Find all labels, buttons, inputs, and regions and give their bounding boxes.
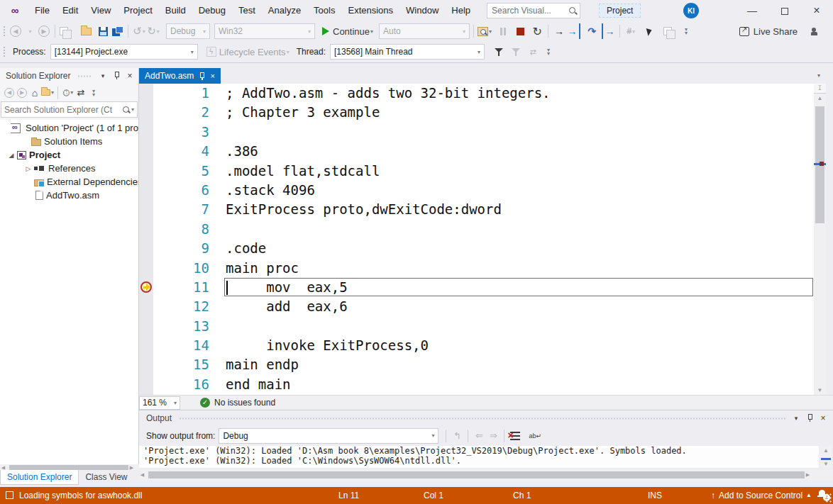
line-text[interactable]: invoke ExitProcess,0 bbox=[209, 336, 429, 355]
code-line-9[interactable]: 9.code bbox=[153, 239, 814, 258]
close-icon[interactable]: × bbox=[817, 413, 829, 423]
output-vscrollbar[interactable]: ▲ ▼ bbox=[820, 446, 832, 468]
switch-views-button[interactable]: ▾ bbox=[41, 86, 54, 100]
minimize-button[interactable]: — bbox=[736, 0, 768, 21]
source-control-button[interactable]: ↑ Add to Source Control ▲ bbox=[711, 491, 812, 500]
code-line-13[interactable]: 13 bbox=[153, 317, 814, 336]
navigate-back-button[interactable]: ◀ bbox=[9, 23, 23, 39]
tree-item-project[interactable]: ◢Project bbox=[0, 148, 138, 162]
hex-display-toggle[interactable]: #▾ bbox=[624, 23, 638, 39]
solution-configuration-dropdown[interactable]: Debug▾ bbox=[166, 23, 210, 39]
panel-tab-class-view[interactable]: Class View bbox=[79, 470, 133, 485]
output-text-area[interactable]: 'Project.exe' (Win32): Loaded 'D:\Asm bo… bbox=[139, 446, 819, 468]
menu-extensions[interactable]: Extensions bbox=[341, 0, 399, 21]
scroll-thumb[interactable] bbox=[9, 465, 128, 470]
scroll-up-arrow[interactable]: ▲ bbox=[814, 95, 826, 101]
break-all-button[interactable] bbox=[496, 23, 510, 39]
scroll-right-arrow[interactable]: ▶ bbox=[805, 472, 811, 478]
window-position-dropdown[interactable]: ▾ bbox=[790, 415, 802, 422]
solution-explorer-search-box[interactable]: ▾ bbox=[1, 101, 138, 118]
clear-all-button[interactable] bbox=[508, 428, 522, 444]
close-icon[interactable]: × bbox=[124, 71, 136, 81]
feedback-button[interactable] bbox=[809, 23, 823, 39]
menu-file[interactable]: File bbox=[28, 0, 56, 21]
account-avatar[interactable]: KI bbox=[683, 3, 699, 18]
stop-debugging-button[interactable] bbox=[513, 23, 527, 39]
scroll-thumb[interactable] bbox=[148, 471, 805, 478]
code-line-2[interactable]: 2; Chapter 3 example bbox=[153, 103, 814, 122]
menu-window[interactable]: Window bbox=[399, 0, 445, 21]
continue-button[interactable]: Continue▾ bbox=[322, 23, 373, 39]
line-text[interactable]: main endp bbox=[209, 355, 299, 374]
previous-message-button[interactable]: ⇐ bbox=[472, 428, 486, 444]
menu-debug[interactable]: Debug bbox=[192, 0, 232, 21]
close-button[interactable]: × bbox=[800, 0, 833, 21]
menu-analyze[interactable]: Analyze bbox=[262, 0, 307, 21]
filter-threads-button[interactable] bbox=[492, 44, 506, 60]
tab-list-dropdown[interactable]: ▾ bbox=[817, 72, 820, 79]
code-line-4[interactable]: 4.386 bbox=[153, 142, 814, 161]
toolbar-grip[interactable] bbox=[3, 46, 6, 57]
clear-filter-button[interactable] bbox=[509, 44, 523, 60]
sx-forward-button[interactable]: ▶ bbox=[16, 86, 28, 100]
line-text[interactable]: ; AddTwo.asm - adds two 32-bit integers. bbox=[209, 84, 551, 103]
pin-icon[interactable] bbox=[804, 413, 815, 424]
show-next-statement-button[interactable]: → bbox=[552, 23, 566, 39]
sync-with-active-document-button[interactable]: ⇄ bbox=[75, 86, 87, 100]
code-line-15[interactable]: 15main endp bbox=[153, 355, 814, 374]
next-message-button[interactable]: ⇒ bbox=[486, 428, 500, 444]
scroll-down-arrow[interactable]: ▼ bbox=[820, 461, 832, 467]
column-indicator[interactable]: Col 1 bbox=[424, 491, 443, 500]
code-line-6[interactable]: 6.stack 4096 bbox=[153, 181, 814, 200]
toolbar-grip[interactable] bbox=[3, 26, 6, 37]
show-threads-in-source-button[interactable] bbox=[642, 23, 656, 39]
editor-vscrollbar[interactable]: ⌶ ▲ ▼ bbox=[814, 84, 826, 395]
line-text[interactable]: mov eax,5 bbox=[209, 278, 348, 297]
menu-help[interactable]: Help bbox=[445, 0, 477, 21]
redo-button[interactable]: ↻▾ bbox=[146, 23, 160, 39]
pin-icon[interactable] bbox=[111, 71, 122, 82]
insert-mode-indicator[interactable]: INS bbox=[648, 491, 662, 500]
panel-grip[interactable] bbox=[77, 74, 92, 78]
pending-changes-filter-button[interactable]: 🕔︎▾ bbox=[62, 86, 75, 100]
navigate-forward-button[interactable]: ▶ bbox=[37, 23, 51, 39]
zoom-level-dropdown[interactable]: 161 %▾ bbox=[139, 396, 180, 410]
menu-project[interactable]: Project bbox=[117, 0, 158, 21]
tree-item-references[interactable]: ▷References bbox=[0, 162, 138, 175]
solution-platform-dropdown[interactable]: Win32▾ bbox=[214, 23, 315, 39]
solution-explorer-header[interactable]: Solution Explorer ▾ × bbox=[0, 68, 138, 84]
new-project-button[interactable]: ▾ bbox=[59, 23, 73, 39]
scroll-left-arrow[interactable]: ◀ bbox=[139, 472, 145, 478]
tree-item-solution-items[interactable]: Solution Items bbox=[0, 135, 138, 148]
code-line-14[interactable]: 14 invoke ExitProcess,0 bbox=[153, 336, 814, 355]
code-lines[interactable]: 1; AddTwo.asm - adds two 32-bit integers… bbox=[153, 84, 814, 394]
sx-overflow-button[interactable]: ▾▾ bbox=[87, 86, 100, 100]
line-indicator[interactable]: Ln 11 bbox=[338, 491, 359, 500]
menu-build[interactable]: Build bbox=[159, 0, 192, 21]
sx-back-button[interactable]: ◀ bbox=[3, 86, 16, 100]
line-text[interactable]: .model flat,stdcall bbox=[209, 162, 380, 181]
output-header[interactable]: Output ▾ × bbox=[139, 410, 833, 426]
toolbar-overflow-button[interactable]: ▾▾ bbox=[541, 44, 556, 60]
pin-icon[interactable] bbox=[199, 72, 205, 81]
splitter-handle[interactable]: ⌶ bbox=[814, 84, 826, 94]
attach-to-process-button[interactable]: ▾ bbox=[478, 23, 492, 39]
solution-search-input[interactable] bbox=[4, 105, 122, 115]
window-position-dropdown[interactable]: ▾ bbox=[97, 72, 109, 79]
panel-tab-solution-explorer[interactable]: Solution Explorer bbox=[0, 470, 79, 485]
thread-dropdown[interactable]: [13568] Main Thread▾ bbox=[330, 44, 485, 60]
close-icon[interactable]: × bbox=[210, 72, 214, 80]
line-text[interactable]: ExitProcess proto,dwExitCode:dword bbox=[209, 200, 502, 219]
quick-search-input[interactable] bbox=[492, 6, 568, 16]
line-text[interactable]: .code bbox=[209, 239, 266, 258]
navigate-back-dropdown[interactable]: ▾ bbox=[23, 23, 37, 39]
expander-collapsed-icon[interactable]: ▷ bbox=[23, 165, 34, 172]
line-text[interactable]: add eax,6 bbox=[209, 297, 348, 316]
menu-view[interactable]: View bbox=[84, 0, 117, 21]
panel-grip[interactable] bbox=[179, 417, 785, 420]
toolbar-overflow-button[interactable]: ▾▾ bbox=[679, 23, 693, 39]
resize-grip[interactable] bbox=[825, 493, 832, 503]
code-line-3[interactable]: 3 bbox=[153, 123, 814, 142]
code-line-5[interactable]: 5.model flat,stdcall bbox=[153, 162, 814, 181]
step-over-button[interactable]: ↷ bbox=[585, 23, 599, 39]
